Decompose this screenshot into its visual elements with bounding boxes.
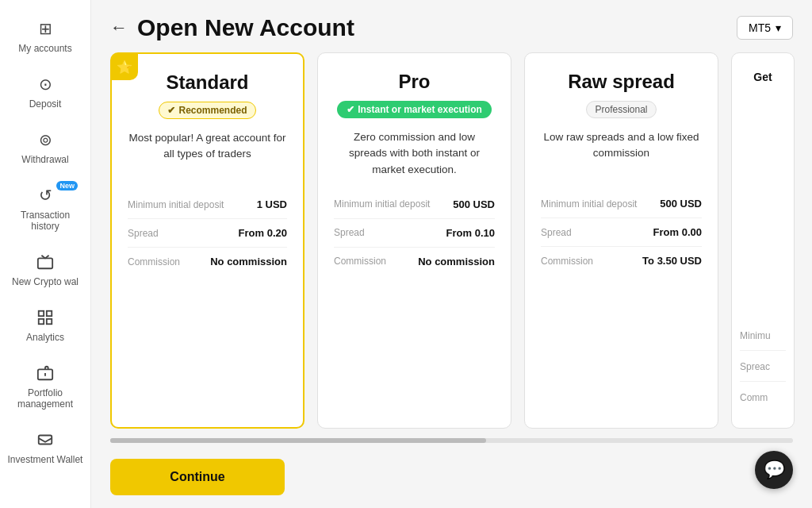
page-title: Open New Account (137, 14, 354, 41)
sidebar-item-investment-label: Investment Wallet (8, 454, 83, 465)
card-pro-description: Zero commission and low spreads with bot… (334, 129, 495, 178)
investment-icon (34, 429, 56, 451)
deposit-icon: ⊙ (34, 73, 56, 95)
professional-badge: Professional (586, 101, 656, 118)
sidebar-item-transaction-history[interactable]: ↺ Transaction history New (0, 175, 90, 241)
scroll-track (110, 438, 793, 443)
chat-icon: 💬 (764, 460, 785, 480)
raw-spread-value: From 0.00 (653, 226, 702, 238)
partial-title: Get (740, 71, 786, 83)
card-pro-spread-row: Spread From 0.10 (334, 219, 495, 248)
sidebar-item-withdrawal[interactable]: ⊚ Withdrawal (0, 119, 90, 175)
platform-selector[interactable]: MT5 ▾ (737, 16, 793, 40)
partial-deposit-label: Minimu (740, 330, 771, 341)
svg-rect-0 (38, 258, 52, 268)
transaction-history-icon: ↺ (34, 184, 56, 206)
sidebar-item-transaction-label: Transaction history (6, 210, 84, 232)
sidebar-item-investment[interactable]: Investment Wallet (0, 419, 90, 475)
raw-spread-label: Spread (541, 227, 572, 238)
spread-value: From 0.20 (239, 227, 287, 239)
cards-container: ⭐ Standard ✔ Recommended Most popular! A… (91, 52, 812, 438)
page-footer: Continue (91, 452, 812, 508)
pro-commission-value: No commission (418, 256, 495, 267)
card-raw-deposit-row: Minimum initial deposit 500 USD (541, 190, 702, 218)
sidebar-item-withdrawal-label: Withdrawal (21, 154, 68, 165)
sidebar-item-deposit-label: Deposit (29, 98, 62, 110)
page-header: ← Open New Account MT5 ▾ (91, 0, 812, 52)
card-standard-title: Standard (128, 71, 287, 94)
back-button[interactable]: ← (110, 19, 128, 37)
partial-commission-label: Comm (740, 392, 768, 403)
instant-label: Instant or market execution (358, 104, 482, 115)
portfolio-icon (34, 362, 56, 384)
chat-fab-button[interactable]: 💬 (755, 451, 793, 489)
pro-deposit-label: Minimum initial deposit (334, 198, 430, 210)
instant-badge: ✔ Instant or market execution (337, 101, 492, 118)
spread-label: Spread (128, 228, 159, 239)
svg-rect-3 (39, 319, 44, 324)
card-pro-commission-row: Commission No commission (334, 248, 495, 275)
continue-button[interactable]: Continue (110, 459, 285, 495)
sidebar-item-portfolio-label: Portfolio management (6, 387, 84, 410)
platform-label: MT5 (749, 21, 771, 34)
raw-deposit-value: 500 USD (660, 198, 702, 210)
sidebar-item-analytics[interactable]: Analytics (0, 297, 90, 352)
recommended-label: Recommended (178, 105, 247, 116)
card-pro-title: Pro (334, 71, 495, 93)
pro-commission-label: Commission (334, 256, 386, 267)
analytics-icon (34, 306, 56, 329)
card-raw-description: Low raw spreads and a low fixed commissi… (541, 129, 702, 177)
withdrawal-icon: ⊚ (34, 129, 56, 151)
card-standard-deposit-row: Minimum initial deposit 1 USD (128, 190, 287, 219)
recommended-badge: ✔ Recommended (159, 102, 255, 119)
scroll-thumb (110, 438, 486, 443)
card-raw-commission-row: Commission To 3.50 USD (541, 247, 702, 275)
new-badge: New (56, 181, 78, 190)
card-pro[interactable]: Pro ✔ Instant or market execution Zero c… (317, 52, 511, 429)
sidebar-item-my-accounts[interactable]: ⊞ My accounts (0, 8, 90, 64)
sidebar-item-my-accounts-label: My accounts (18, 43, 71, 54)
pro-deposit-value: 500 USD (453, 198, 495, 210)
sidebar-item-crypto-wallet-label: New Crypto wal (12, 276, 79, 287)
svg-rect-2 (47, 311, 52, 316)
card-pro-deposit-row: Minimum initial deposit 500 USD (334, 190, 495, 219)
crypto-wallet-icon (34, 251, 56, 273)
pro-spread-label: Spread (334, 227, 365, 238)
sidebar-item-analytics-label: Analytics (26, 332, 64, 343)
card-raw-spread[interactable]: Raw spread Professional Low raw spreads … (524, 52, 718, 429)
sidebar-item-crypto-wallet[interactable]: New Crypto wal (0, 241, 90, 297)
card-standard-commission-row: Commission No commission (128, 248, 287, 275)
sidebar-item-deposit[interactable]: ⊙ Deposit (0, 64, 90, 119)
header-left: ← Open New Account (110, 14, 354, 41)
deposit-value: 1 USD (257, 198, 287, 210)
card-standard-spread-row: Spread From 0.20 (128, 219, 287, 248)
pro-spread-value: From 0.10 (446, 227, 495, 239)
recommended-check-icon: ✔ (167, 105, 175, 116)
commission-value: No commission (210, 256, 287, 267)
svg-rect-1 (39, 311, 44, 316)
instant-check-icon: ✔ (347, 104, 354, 115)
sidebar-item-portfolio-management[interactable]: Portfolio management (0, 352, 90, 419)
star-badge: ⭐ (111, 53, 138, 80)
card-raw-title: Raw spread (541, 71, 702, 93)
card-standard-description: Most popular! A great account for all ty… (128, 130, 287, 178)
main-content: ← Open New Account MT5 ▾ ⭐ Standard ✔ Re… (91, 0, 812, 508)
card-raw-spread-row: Spread From 0.00 (541, 218, 702, 247)
raw-deposit-label: Minimum initial deposit (541, 198, 637, 210)
pro-badge-label: Professional (595, 104, 647, 115)
deposit-label: Minimum initial deposit (128, 199, 224, 210)
svg-rect-4 (47, 319, 52, 324)
cards-row: ⭐ Standard ✔ Recommended Most popular! A… (110, 52, 795, 438)
commission-label: Commission (128, 256, 180, 267)
card-partial[interactable]: Get Minimu Spreac Comm (731, 52, 795, 429)
card-standard[interactable]: ⭐ Standard ✔ Recommended Most popular! A… (110, 52, 304, 429)
my-accounts-icon: ⊞ (34, 17, 56, 40)
raw-commission-label: Commission (541, 256, 593, 267)
partial-spread-label: Spreac (740, 361, 770, 372)
sidebar: ⊞ My accounts ⊙ Deposit ⊚ Withdrawal ↺ T… (0, 0, 91, 508)
platform-arrow: ▾ (776, 21, 781, 34)
raw-commission-value: To 3.50 USD (642, 255, 702, 267)
